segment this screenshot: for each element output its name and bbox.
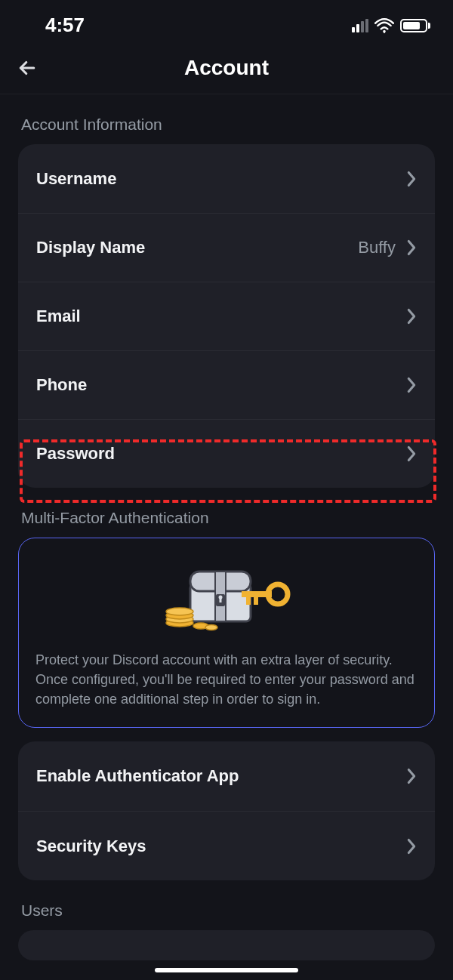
home-indicator[interactable]	[155, 968, 298, 972]
row-username[interactable]: Username	[18, 144, 435, 213]
svg-rect-9	[246, 597, 251, 605]
row-label: Enable Authenticator App	[36, 766, 239, 786]
row-display-name[interactable]: Display Name Buffy	[18, 213, 435, 282]
row-label: Email	[36, 307, 81, 326]
chevron-right-icon	[406, 171, 417, 187]
status-icons	[352, 18, 430, 33]
row-label: Password	[36, 444, 115, 464]
chevron-right-icon	[406, 445, 417, 462]
row-security-keys[interactable]: Security Keys	[18, 811, 435, 880]
cellular-icon	[352, 19, 368, 32]
row-value: Buffy	[358, 238, 396, 257]
back-button[interactable]	[15, 56, 39, 80]
row-enable-authenticator[interactable]: Enable Authenticator App	[18, 741, 435, 811]
row-phone[interactable]: Phone	[18, 350, 435, 419]
status-bar: 4:57	[0, 0, 453, 42]
section-users: Users	[0, 901, 453, 960]
svg-rect-10	[254, 597, 258, 605]
row-email[interactable]: Email	[18, 282, 435, 350]
mfa-info-card: Protect your Discord account with an ext…	[18, 538, 435, 728]
mfa-list: Enable Authenticator App Security Keys	[18, 741, 435, 880]
section-account-information: Account Information Username Display Nam…	[0, 116, 453, 488]
section-header-users: Users	[21, 901, 435, 920]
chevron-right-icon	[406, 308, 417, 325]
page-title: Account	[0, 56, 453, 80]
section-header-mfa: Multi-Factor Authentication	[21, 509, 435, 527]
svg-point-0	[383, 29, 385, 32]
svg-point-14	[166, 608, 193, 615]
chevron-right-icon	[406, 377, 417, 393]
svg-rect-6	[220, 598, 222, 602]
chevron-right-icon	[406, 239, 417, 256]
account-info-list: Username Display Name Buffy Email Phone	[18, 144, 435, 488]
users-list	[18, 930, 435, 960]
battery-icon	[400, 19, 430, 32]
chevron-right-icon	[406, 838, 417, 855]
section-mfa: Multi-Factor Authentication	[0, 509, 453, 880]
row-password[interactable]: Password	[18, 419, 435, 488]
row-label: Phone	[36, 375, 87, 395]
row-label: Username	[36, 169, 116, 189]
wifi-icon	[374, 18, 394, 33]
row-label: Security Keys	[36, 837, 146, 856]
nav-header: Account	[0, 42, 453, 94]
svg-rect-8	[242, 591, 272, 597]
chevron-right-icon	[406, 768, 417, 784]
mfa-description: Protect your Discord account with an ext…	[34, 650, 419, 709]
section-header-account-information: Account Information	[21, 116, 435, 134]
svg-point-16	[205, 625, 217, 630]
row-label: Display Name	[36, 238, 145, 257]
status-time: 4:57	[45, 14, 85, 37]
treasure-chest-illustration	[34, 561, 419, 633]
